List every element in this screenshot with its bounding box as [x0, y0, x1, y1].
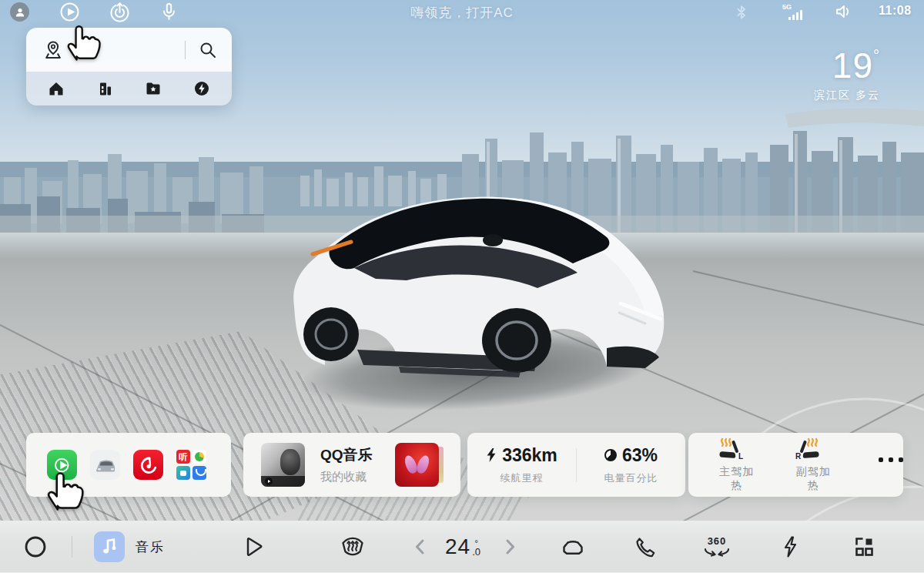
dock-bar: 音乐 24 ° .0: [0, 521, 924, 573]
current-media-app-button[interactable]: [94, 531, 125, 562]
rotate-arrows-icon: [703, 548, 731, 558]
home-circle-button[interactable]: [22, 521, 49, 573]
all-apps-button[interactable]: [849, 521, 879, 573]
chevron-right-icon: [505, 538, 516, 555]
range-label: 续航里程: [467, 471, 576, 485]
play-outline-icon: [244, 536, 264, 558]
charging-button[interactable]: [776, 521, 804, 573]
battery-label: 电量百分比: [577, 471, 685, 485]
app-folder-button[interactable]: 听: [176, 450, 206, 480]
driver-seat-heat-icon: L: [716, 437, 745, 461]
hand-cursor-bottom: [45, 467, 85, 514]
home-icon: [48, 80, 65, 97]
music-app-title: QQ音乐: [320, 445, 395, 465]
search-button[interactable]: [196, 39, 219, 62]
battery-pie-icon: [604, 449, 617, 461]
signal-bars-icon: [788, 10, 802, 20]
vehicle-rear-icon: [561, 537, 585, 557]
home-shortcut-button[interactable]: [45, 77, 68, 100]
weather-location: 滨江区: [814, 89, 851, 101]
now-playing-album-art: [261, 443, 305, 487]
album-stack-edge: [439, 447, 444, 483]
vehicle-status-card[interactable]: 336km 续航里程 63% 电量百分比: [467, 433, 685, 497]
passenger-seat-heat-label: 副驾加热: [793, 465, 835, 493]
map-pin-icon: [43, 40, 63, 60]
home-circle-icon: [24, 535, 47, 558]
bluetooth-icon: [735, 5, 748, 20]
listen-mini-app-label: 听: [179, 451, 188, 463]
car-home-screen: 嗨领克，打开AC 5G 11:08: [0, 0, 924, 573]
media-play-control[interactable]: [240, 521, 268, 573]
camera-360-label: 360: [708, 537, 727, 546]
favorites-shortcut-button[interactable]: [142, 77, 165, 100]
passenger-seat-tag: R: [795, 452, 802, 461]
temperature-value: 24: [445, 534, 470, 559]
weather-widget[interactable]: 19° 滨江区 多云: [814, 37, 880, 102]
charge-bolt-icon: [781, 535, 799, 558]
media-app-label: 音乐: [136, 521, 165, 573]
panel-top-row: [26, 28, 232, 72]
music-player-card[interactable]: QQ音乐 我的收藏: [243, 433, 460, 497]
panel-divider: [185, 41, 186, 59]
driver-seat-heat-button[interactable]: L 主驾加热: [716, 437, 758, 493]
range-bolt-icon: [486, 447, 497, 463]
clock: 11:08: [879, 4, 912, 18]
passenger-seat-heat-icon: R: [793, 437, 822, 461]
panel-shortcuts-row: [26, 72, 232, 106]
chevron-left-icon: [414, 538, 425, 555]
vehicle-controls-button[interactable]: [557, 521, 588, 573]
charging-shortcut-button[interactable]: [190, 77, 213, 100]
range-value: 336km: [502, 445, 557, 466]
listen-mini-app-icon: 听: [176, 450, 190, 464]
company-shortcut-button[interactable]: [93, 77, 116, 100]
seat-heating-card: L 主驾加热 R 副驾加热: [688, 433, 903, 497]
battery-status: 63% 电量百分比: [577, 445, 685, 485]
phone-icon: [634, 536, 656, 558]
phone-button[interactable]: [630, 521, 661, 573]
defrost-icon: [340, 536, 365, 558]
shopping-mini-app-icon: [176, 466, 190, 480]
buildings-icon: [96, 80, 113, 97]
quick-launch-panel: [26, 28, 232, 106]
map-navigation-button[interactable]: [42, 39, 65, 62]
weather-condition: 多云: [855, 89, 880, 101]
weather-degree: °: [873, 47, 880, 64]
playlist-album-art: [395, 443, 439, 487]
network-signal: 5G: [782, 3, 802, 20]
camera-360-button[interactable]: 360: [699, 521, 735, 573]
music-meta: QQ音乐 我的收藏: [320, 445, 395, 484]
vehicle-app-button[interactable]: [90, 450, 120, 480]
temp-up-button[interactable]: [499, 521, 522, 573]
temperature-display: 24 ° .0: [428, 521, 497, 573]
more-controls-button[interactable]: [879, 457, 903, 462]
range-status: 336km 续航里程: [467, 445, 576, 485]
apps-grid-icon: [853, 536, 875, 558]
smile-mini-app-icon: [192, 466, 206, 480]
volume-icon[interactable]: [835, 5, 852, 18]
netease-music-app-button[interactable]: [133, 450, 163, 480]
driver-seat-heat-label: 主驾加热: [716, 465, 758, 493]
search-icon: [199, 41, 217, 59]
car-render: [283, 183, 687, 396]
music-mini-app-icon: [192, 450, 206, 464]
car-front-icon: [95, 457, 116, 473]
music-playlist-subtitle: 我的收藏: [320, 470, 395, 484]
charging-icon: [193, 80, 210, 97]
dock-divider: [72, 536, 72, 558]
mini-play-icon: [265, 478, 273, 485]
folder-star-icon: [145, 80, 162, 97]
passenger-seat-heat-button[interactable]: R 副驾加热: [793, 437, 835, 493]
battery-value: 63%: [622, 445, 658, 466]
music-note-icon: [102, 538, 117, 555]
netease-music-icon: [138, 454, 159, 476]
weather-temperature: 19: [832, 45, 873, 85]
driver-seat-tag: L: [738, 452, 743, 461]
hand-cursor-top: [65, 21, 102, 64]
temperature-fraction: .0: [472, 548, 480, 556]
defrost-button[interactable]: [337, 521, 368, 573]
